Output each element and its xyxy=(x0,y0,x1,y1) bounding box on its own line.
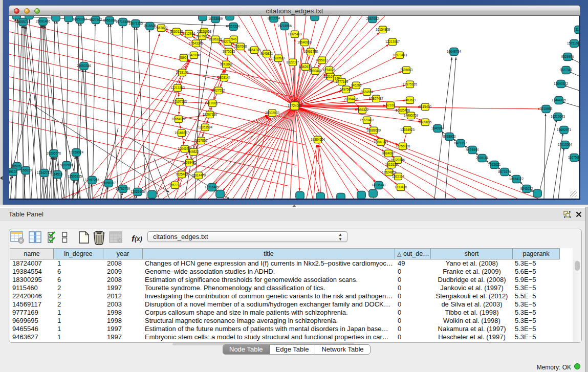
svg-text:10654982: 10654982 xyxy=(171,117,186,121)
svg-text:11325419: 11325419 xyxy=(288,32,302,36)
svg-text:12025446: 12025446 xyxy=(130,190,145,193)
svg-text:6794028: 6794028 xyxy=(323,68,336,72)
svg-text:12444195: 12444195 xyxy=(552,98,567,102)
svg-text:8471676: 8471676 xyxy=(498,170,511,173)
svg-text:20206578: 20206578 xyxy=(47,151,61,155)
svg-text:15692971: 15692971 xyxy=(557,128,572,132)
svg-text:9657771: 9657771 xyxy=(169,183,182,187)
svg-text:2487682: 2487682 xyxy=(366,17,379,20)
svg-text:16914479: 16914479 xyxy=(191,173,206,177)
svg-text:16671355: 16671355 xyxy=(128,21,143,25)
svg-text:3875685: 3875685 xyxy=(223,50,235,53)
svg-text:6497568: 6497568 xyxy=(340,87,353,91)
svg-text:12975165: 12975165 xyxy=(403,82,418,86)
svg-text:7357224: 7357224 xyxy=(227,25,240,28)
svg-text:8322037: 8322037 xyxy=(287,60,299,64)
svg-text:19166827: 19166827 xyxy=(175,131,189,135)
svg-text:3857832: 3857832 xyxy=(195,139,208,142)
svg-text:746266: 746266 xyxy=(351,83,362,87)
svg-text:16961758: 16961758 xyxy=(303,50,318,53)
svg-text:1733426: 1733426 xyxy=(395,185,407,189)
svg-text:14055712: 14055712 xyxy=(16,20,31,24)
svg-text:3624554: 3624554 xyxy=(361,90,374,94)
svg-text:1640954: 1640954 xyxy=(431,126,444,130)
svg-text:20364436: 20364436 xyxy=(344,97,359,101)
svg-text:15720407: 15720407 xyxy=(360,118,375,122)
svg-text:26053346: 26053346 xyxy=(77,64,92,68)
svg-text:13654923: 13654923 xyxy=(400,128,415,132)
svg-text:39153: 39153 xyxy=(9,170,17,173)
svg-text:16154808: 16154808 xyxy=(376,28,390,31)
svg-text:19218506: 19218506 xyxy=(277,24,292,28)
svg-text:3215958: 3215958 xyxy=(540,107,553,111)
svg-text:7632021: 7632021 xyxy=(488,163,501,166)
svg-text:8660128: 8660128 xyxy=(170,30,183,33)
svg-text:2803144: 2803144 xyxy=(218,76,231,79)
svg-text:417006: 417006 xyxy=(207,101,218,105)
svg-text:1615132: 1615132 xyxy=(385,163,398,166)
svg-text:8813054: 8813054 xyxy=(268,16,280,20)
svg-text:29302033: 29302033 xyxy=(265,111,280,115)
svg-text:(x): (x) xyxy=(135,235,142,243)
svg-text:23420046: 23420046 xyxy=(187,53,202,57)
svg-text:9097568: 9097568 xyxy=(60,163,73,167)
svg-text:13524851: 13524851 xyxy=(382,170,397,174)
svg-text:10653267: 10653267 xyxy=(73,17,88,21)
svg-text:12213967: 12213967 xyxy=(385,40,400,43)
svg-text:17359924: 17359924 xyxy=(69,150,84,154)
svg-text:13716485: 13716485 xyxy=(205,185,220,189)
svg-text:16033809: 16033809 xyxy=(208,17,223,20)
svg-text:6466160: 6466160 xyxy=(103,18,116,22)
svg-text:2718170: 2718170 xyxy=(176,71,189,74)
svg-text:10756928: 10756928 xyxy=(396,144,410,148)
svg-text:6479197: 6479197 xyxy=(454,141,467,145)
svg-text:10107553: 10107553 xyxy=(172,100,187,103)
svg-text:8427552: 8427552 xyxy=(212,89,225,92)
svg-text:9227341: 9227341 xyxy=(560,68,573,72)
svg-text:62160: 62160 xyxy=(386,103,395,107)
svg-text:9463627: 9463627 xyxy=(404,98,417,102)
svg-text:7986322: 7986322 xyxy=(356,108,369,112)
svg-text:10973493: 10973493 xyxy=(393,53,407,57)
svg-text:9529906: 9529906 xyxy=(561,55,574,58)
svg-text:1588520: 1588520 xyxy=(272,56,285,60)
svg-text:1112: 1112 xyxy=(575,28,579,31)
svg-text:18807249: 18807249 xyxy=(374,140,388,144)
svg-text:2935114: 2935114 xyxy=(476,156,489,160)
svg-text:10654122: 10654122 xyxy=(509,177,524,181)
svg-text:20091406: 20091406 xyxy=(36,19,51,23)
svg-text:12505135: 12505135 xyxy=(68,174,82,178)
svg-text:7955812: 7955812 xyxy=(316,58,329,62)
svg-text:8990448: 8990448 xyxy=(309,69,322,73)
svg-text:14136141: 14136141 xyxy=(372,183,386,187)
svg-text:10782759: 10782759 xyxy=(116,187,130,190)
svg-text:949822: 949822 xyxy=(188,150,199,154)
svg-text:8938923: 8938923 xyxy=(443,135,456,138)
svg-text:18267130: 18267130 xyxy=(203,113,217,116)
svg-text:9777169: 9777169 xyxy=(336,80,349,83)
svg-text:1522114: 1522114 xyxy=(392,174,405,178)
svg-text:1527602: 1527602 xyxy=(90,18,102,21)
svg-text:185051: 185051 xyxy=(11,164,23,168)
svg-text:6699695: 6699695 xyxy=(419,120,432,124)
svg-text:14099485: 14099485 xyxy=(182,161,197,164)
svg-text:10958107: 10958107 xyxy=(101,181,116,185)
svg-text:12093522: 12093522 xyxy=(554,82,569,85)
svg-text:8454749: 8454749 xyxy=(248,48,261,52)
svg-text:9245032: 9245032 xyxy=(520,187,533,190)
svg-text:7625402: 7625402 xyxy=(176,172,188,176)
svg-text:98901: 98901 xyxy=(179,56,188,59)
svg-text:1362615: 1362615 xyxy=(299,65,312,69)
svg-text:9146821: 9146821 xyxy=(260,52,273,55)
svg-text:10807487: 10807487 xyxy=(369,97,384,100)
svg-text:12353594: 12353594 xyxy=(198,125,213,129)
svg-text:7663822: 7663822 xyxy=(155,26,168,30)
svg-text:9084067: 9084067 xyxy=(382,151,395,155)
svg-text:17010504: 17010504 xyxy=(558,143,573,146)
svg-text:9474444: 9474444 xyxy=(466,148,479,151)
svg-text:2367608: 2367608 xyxy=(234,45,247,48)
svg-text:19384554: 19384554 xyxy=(311,138,325,141)
svg-text:15751074: 15751074 xyxy=(567,41,579,45)
svg-text:7485063: 7485063 xyxy=(400,68,413,72)
svg-text:17957255: 17957255 xyxy=(85,178,100,182)
